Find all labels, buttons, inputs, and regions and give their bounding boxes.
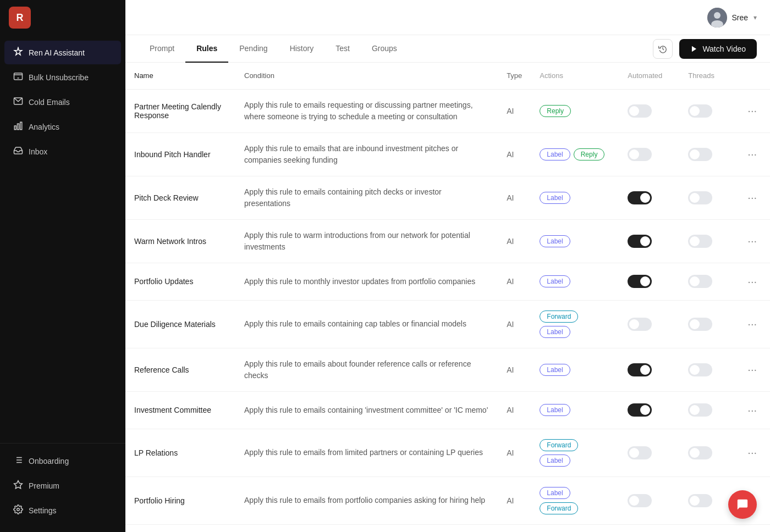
row-name: Partner Meeting Calendly Response <box>125 89 235 132</box>
row-more: ··· <box>734 429 770 476</box>
chat-fab[interactable] <box>728 490 757 519</box>
tab-pending[interactable]: Pending <box>228 35 278 63</box>
sidebar-item-premium[interactable]: Premium <box>4 474 121 497</box>
automated-toggle[interactable] <box>628 446 652 459</box>
row-more: ··· <box>734 524 770 532</box>
sidebar-item-settings[interactable]: Settings <box>4 498 121 522</box>
automated-toggle[interactable] <box>628 403 652 417</box>
table-row: Warm Network Intros Apply this rule to w… <box>125 219 770 263</box>
row-automated <box>619 300 679 348</box>
row-type: AI <box>498 476 531 524</box>
threads-toggle[interactable] <box>688 235 712 248</box>
automated-toggle[interactable] <box>628 275 652 288</box>
action-badge-label: Label <box>540 235 570 247</box>
row-condition: Apply this rule to emails requesting or … <box>235 89 498 132</box>
tab-rules[interactable]: Rules <box>185 35 228 63</box>
svg-point-14 <box>17 508 20 511</box>
threads-toggle[interactable] <box>688 494 712 507</box>
rules-table-container: Name Condition Type Actions Automated Th… <box>125 63 770 532</box>
more-options-button[interactable]: ··· <box>743 315 761 332</box>
main-content: Sree ▾ PromptRulesPendingHistoryTestGrou… <box>125 0 770 532</box>
sidebar-item-onboarding[interactable]: Onboarding <box>4 449 121 473</box>
tabs-bar: PromptRulesPendingHistoryTestGroups Watc… <box>125 35 770 63</box>
row-actions: Reply <box>531 89 619 132</box>
automated-toggle[interactable] <box>628 318 652 331</box>
threads-toggle[interactable] <box>688 148 712 161</box>
threads-toggle[interactable] <box>688 275 712 288</box>
bar-chart-icon <box>13 121 23 132</box>
sidebar-item-analytics[interactable]: Analytics <box>4 115 121 138</box>
sidebar-item-bulk-unsubscribe[interactable]: Bulk Unsubscribe <box>4 65 121 89</box>
sidebar-item-label: Ren AI Assistant <box>29 48 85 57</box>
threads-toggle[interactable] <box>688 446 712 459</box>
tab-groups[interactable]: Groups <box>361 35 408 63</box>
table-row: Inbound Pitch Handler Apply this rule to… <box>125 132 770 176</box>
row-name: Reference Calls <box>125 348 235 391</box>
table-row: LP Relations Apply this rule to emails f… <box>125 429 770 476</box>
threads-toggle[interactable] <box>688 363 712 376</box>
row-name: Portfolio Intros <box>125 524 235 532</box>
username: Sree <box>732 13 748 22</box>
star-icon <box>13 480 23 491</box>
table-row: Portfolio Hiring Apply this rule to emai… <box>125 476 770 524</box>
tab-history[interactable]: History <box>279 35 325 63</box>
action-badge-label: Label <box>540 364 570 376</box>
row-threads <box>679 476 734 524</box>
sidebar-item-cold-emails[interactable]: Cold Emails <box>4 90 121 114</box>
row-automated <box>619 429 679 476</box>
tabs-right: Watch Video <box>653 39 757 59</box>
automated-toggle[interactable] <box>628 494 652 507</box>
row-name: LP Relations <box>125 429 235 476</box>
history-icon-button[interactable] <box>653 39 673 59</box>
table-row: Pitch Deck Review Apply this rule to ema… <box>125 176 770 219</box>
threads-toggle[interactable] <box>688 191 712 204</box>
more-options-button[interactable]: ··· <box>743 102 761 119</box>
row-more: ··· <box>734 176 770 219</box>
more-options-button[interactable]: ··· <box>743 232 761 250</box>
more-options-button[interactable]: ··· <box>743 402 761 419</box>
threads-toggle[interactable] <box>688 403 712 417</box>
gear-icon <box>13 505 23 516</box>
row-type: AI <box>498 132 531 176</box>
more-options-button[interactable]: ··· <box>743 444 761 461</box>
row-actions: Label <box>531 524 619 532</box>
row-name: Investment Committee <box>125 391 235 429</box>
inbox-icon <box>13 146 23 157</box>
col-header-threads: Threads <box>679 63 734 89</box>
col-header-actions: Actions <box>531 63 619 89</box>
automated-toggle[interactable] <box>628 235 652 248</box>
row-type: AI <box>498 429 531 476</box>
svg-rect-0 <box>14 73 23 80</box>
row-automated <box>619 132 679 176</box>
avatar <box>707 8 727 27</box>
automated-toggle[interactable] <box>628 148 652 161</box>
row-actions: Label <box>531 391 619 429</box>
more-options-button[interactable]: ··· <box>743 189 761 206</box>
sidebar-item-inbox[interactable]: Inbox <box>4 140 121 163</box>
tab-test[interactable]: Test <box>324 35 361 63</box>
watch-video-button[interactable]: Watch Video <box>679 39 757 59</box>
row-type: AI <box>498 219 531 263</box>
row-condition: Apply this rule to emails that are inbou… <box>235 132 498 176</box>
svg-rect-4 <box>14 126 16 130</box>
row-automated <box>619 89 679 132</box>
automated-toggle[interactable] <box>628 363 652 376</box>
row-name: Inbound Pitch Handler <box>125 132 235 176</box>
more-options-button[interactable]: ··· <box>743 146 761 163</box>
sidebar-item-label: Bulk Unsubscribe <box>29 73 89 82</box>
more-options-button[interactable]: ··· <box>743 273 761 290</box>
automated-toggle[interactable] <box>628 104 652 118</box>
table-row: Portfolio Updates Apply this rule to mon… <box>125 263 770 300</box>
more-options-button[interactable]: ··· <box>743 361 761 378</box>
row-more: ··· <box>734 348 770 391</box>
svg-marker-18 <box>692 46 696 52</box>
threads-toggle[interactable] <box>688 318 712 331</box>
sidebar-item-ren-ai[interactable]: Ren AI Assistant <box>4 41 121 64</box>
threads-toggle[interactable] <box>688 104 712 118</box>
automated-toggle[interactable] <box>628 191 652 204</box>
tab-prompt[interactable]: Prompt <box>139 35 185 63</box>
sparkle-icon <box>13 47 23 58</box>
row-actions: Label <box>531 348 619 391</box>
row-automated <box>619 176 679 219</box>
header: Sree ▾ <box>125 0 770 35</box>
